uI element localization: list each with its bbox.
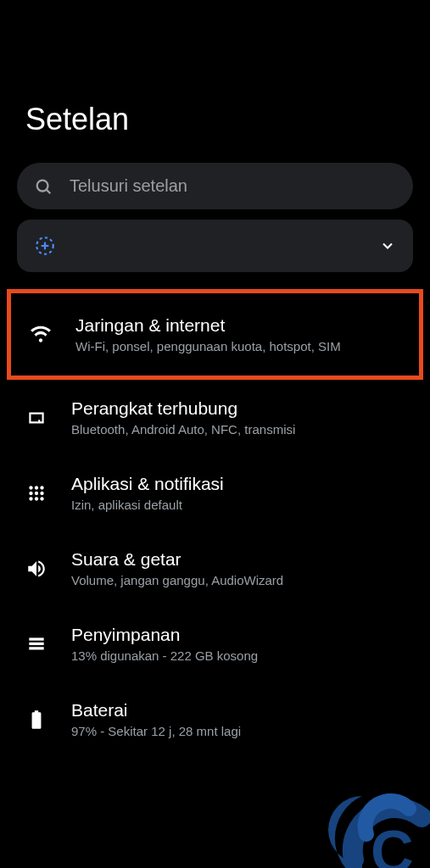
search-placeholder: Telusuri setelan xyxy=(70,176,187,196)
wifi-icon xyxy=(30,324,52,346)
svg-point-0 xyxy=(37,180,48,191)
search-icon xyxy=(34,177,53,196)
item-title: Penyimpanan xyxy=(71,625,405,645)
settings-item-battery[interactable]: Baterai 97% - Sekitar 12 j, 28 mnt lagi xyxy=(0,682,430,757)
item-title: Baterai xyxy=(71,700,405,721)
search-bar[interactable]: Telusuri setelan xyxy=(17,163,413,209)
add-account-icon xyxy=(34,235,56,257)
svg-point-13 xyxy=(40,497,43,500)
svg-point-7 xyxy=(40,486,43,489)
svg-rect-14 xyxy=(29,637,43,640)
svg-point-10 xyxy=(40,491,43,494)
item-content: Perangkat terhubung Bluetooth, Android A… xyxy=(71,398,405,437)
svg-rect-15 xyxy=(29,642,43,644)
item-subtitle: 13% digunakan - 222 GB kosong xyxy=(71,648,405,663)
svg-point-8 xyxy=(29,491,32,494)
settings-list: Jaringan & internet Wi-Fi, ponsel, pengg… xyxy=(0,289,430,757)
item-title: Jaringan & internet xyxy=(75,315,400,336)
item-subtitle: Bluetooth, Android Auto, NFC, transmisi xyxy=(71,422,405,437)
item-content: Jaringan & internet Wi-Fi, ponsel, pengg… xyxy=(75,315,400,353)
devices-icon xyxy=(25,407,47,429)
svg-rect-16 xyxy=(29,647,43,649)
storage-icon xyxy=(25,633,47,655)
item-subtitle: Izin, aplikasi default xyxy=(71,498,405,512)
page-title: Setelan xyxy=(0,0,430,163)
battery-icon xyxy=(25,709,47,731)
account-bar[interactable] xyxy=(17,220,413,272)
svg-point-9 xyxy=(35,491,38,494)
sound-icon xyxy=(25,558,47,580)
svg-point-11 xyxy=(29,497,32,500)
item-title: Perangkat terhubung xyxy=(71,398,405,419)
item-content: Aplikasi & notifikasi Izin, aplikasi def… xyxy=(71,474,405,512)
apps-icon xyxy=(25,482,47,504)
item-title: Aplikasi & notifikasi xyxy=(71,474,405,494)
watermark-logo: C xyxy=(303,749,430,868)
item-subtitle: Volume, jangan ganggu, AudioWizard xyxy=(71,573,405,587)
svg-line-1 xyxy=(47,189,51,193)
item-content: Baterai 97% - Sekitar 12 j, 28 mnt lagi xyxy=(71,700,405,738)
svg-text:C: C xyxy=(371,819,414,868)
settings-item-connected-devices[interactable]: Perangkat terhubung Bluetooth, Android A… xyxy=(0,380,430,455)
item-title: Suara & getar xyxy=(71,549,405,570)
item-content: Suara & getar Volume, jangan ganggu, Aud… xyxy=(71,549,405,587)
item-content: Penyimpanan 13% digunakan - 222 GB koson… xyxy=(71,625,405,663)
settings-item-network[interactable]: Jaringan & internet Wi-Fi, ponsel, pengg… xyxy=(7,289,423,380)
settings-item-storage[interactable]: Penyimpanan 13% digunakan - 222 GB koson… xyxy=(0,606,430,682)
settings-item-sound[interactable]: Suara & getar Volume, jangan ganggu, Aud… xyxy=(0,531,430,606)
svg-point-12 xyxy=(35,497,38,500)
chevron-down-icon xyxy=(379,237,396,254)
item-subtitle: Wi-Fi, ponsel, penggunaan kuota, hotspot… xyxy=(75,339,400,353)
settings-item-apps[interactable]: Aplikasi & notifikasi Izin, aplikasi def… xyxy=(0,455,430,531)
svg-point-5 xyxy=(29,486,32,489)
svg-point-6 xyxy=(35,486,38,489)
item-subtitle: 97% - Sekitar 12 j, 28 mnt lagi xyxy=(71,724,405,738)
